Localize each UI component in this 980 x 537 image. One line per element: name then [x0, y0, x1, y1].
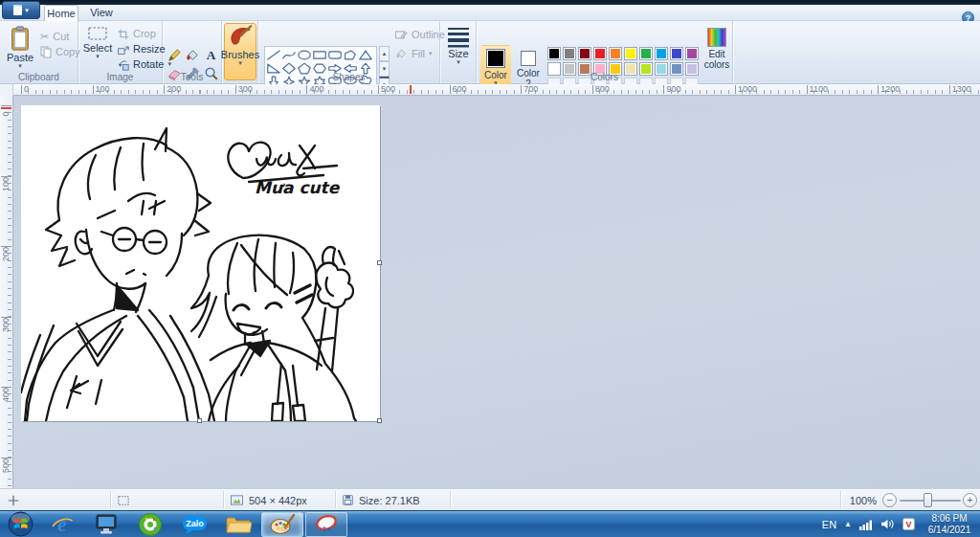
- pencil-tool[interactable]: [166, 46, 184, 64]
- shape-triangle[interactable]: [358, 48, 373, 61]
- group-caption: Colors: [477, 72, 732, 82]
- chevron-down-icon: ▾: [429, 51, 433, 56]
- copy-icon: [40, 46, 52, 58]
- zoom-slider-thumb[interactable]: [924, 493, 932, 507]
- size-button[interactable]: Size ▾: [442, 24, 475, 79]
- brush-icon: [228, 24, 253, 49]
- scissors-icon: ✂: [40, 31, 49, 43]
- paint-menu-button[interactable]: ▾: [2, 1, 40, 19]
- line-size-icon: [447, 25, 470, 48]
- svg-text:✂: ✂: [323, 523, 332, 536]
- shape-rectangle[interactable]: [312, 48, 327, 61]
- zoom-out-button[interactable]: −: [882, 493, 897, 507]
- ruler-label: 500: [381, 84, 395, 95]
- volume-icon[interactable]: [880, 518, 895, 530]
- svg-text:e: e: [57, 512, 67, 536]
- ruler-major-tick: [663, 85, 664, 94]
- ruler-label: 1000: [738, 84, 757, 95]
- taskbar-coccoc-button[interactable]: [129, 512, 171, 537]
- clock-date: 6/14/2021: [923, 525, 976, 536]
- palette-color-swatch[interactable]: [609, 47, 622, 60]
- copy-button[interactable]: Copy: [38, 44, 80, 59]
- canvas-resize-handle-corner[interactable]: [377, 418, 382, 423]
- palette-color-swatch[interactable]: [563, 47, 576, 60]
- taskbar-snipping-tool-button[interactable]: ✂: [305, 512, 347, 537]
- ruler-label: 0: [24, 84, 29, 95]
- ruler-label: 200: [167, 84, 181, 95]
- save-disk-icon: [342, 494, 354, 506]
- taskbar-start-button[interactable]: [1, 512, 39, 537]
- paint-window: Home View ? ▾ Paste ▾ ✂ Cut: [0, 0, 980, 537]
- ruler-major-tick: [93, 85, 94, 94]
- chevron-down-icon: ▾: [457, 59, 460, 65]
- taskbar-computer-button[interactable]: [85, 512, 127, 537]
- rotate-icon: [117, 58, 129, 71]
- palette-color-swatch[interactable]: [547, 47, 561, 60]
- taskbar-file-explorer-button[interactable]: [217, 512, 259, 537]
- ruler-label: 500: [1, 459, 11, 473]
- ruler-label: 200: [1, 248, 11, 261]
- resize-icon: [117, 43, 129, 56]
- ruler-label: 100: [96, 84, 110, 95]
- tab-home[interactable]: Home: [44, 5, 78, 21]
- ruler-major-tick: [878, 85, 879, 94]
- zoom-in-button[interactable]: +: [963, 493, 977, 507]
- palette-color-swatch[interactable]: [670, 47, 683, 60]
- ruler-major-tick: [521, 85, 522, 94]
- canvas-resize-handle-bottom[interactable]: [197, 418, 202, 423]
- svg-text:A: A: [207, 48, 216, 62]
- ruler-label: 400: [309, 84, 323, 95]
- palette-color-swatch[interactable]: [685, 47, 699, 60]
- text-tool[interactable]: A: [202, 46, 220, 64]
- chevron-down-icon: ▾: [96, 54, 100, 59]
- shape-ellipse[interactable]: [297, 48, 312, 61]
- language-indicator[interactable]: EN: [822, 519, 836, 530]
- canvas-resize-handle-right[interactable]: [377, 260, 382, 265]
- fill-with-color-tool[interactable]: [184, 46, 202, 64]
- ruler-label: 600: [453, 84, 467, 95]
- brushes-button[interactable]: Brushes ▾: [224, 23, 256, 80]
- palette-color-swatch[interactable]: [624, 47, 637, 60]
- signature-text: Mưa cute: [255, 178, 341, 197]
- show-hidden-icons-button[interactable]: ▲: [844, 520, 852, 528]
- color2-swatch: [521, 51, 536, 66]
- ruler-label: 800: [595, 84, 610, 95]
- palette-color-swatch[interactable]: [655, 47, 668, 60]
- ruler-major-tick: [306, 85, 307, 94]
- chevron-down-icon: ▾: [25, 7, 29, 13]
- shape-polygon[interactable]: [343, 48, 358, 61]
- edit-colors-icon: [707, 28, 726, 47]
- chevron-down-icon: ▾: [18, 63, 22, 69]
- shapes-scroll-up-button[interactable]: ▲: [379, 46, 390, 61]
- svg-text:V: V: [905, 520, 911, 529]
- network-icon[interactable]: [859, 519, 873, 530]
- group-caption: Shapes: [258, 72, 439, 82]
- clipboard-icon: [9, 25, 32, 52]
- zalo-icon-text: Zalo: [186, 519, 204, 528]
- shape-line[interactable]: [266, 48, 281, 61]
- cursor-position-indicator: [7, 489, 20, 511]
- palette-color-swatch[interactable]: [578, 47, 591, 60]
- taskbar-internet-explorer-button[interactable]: e: [41, 512, 83, 537]
- drawing-canvas[interactable]: Mưa cute: [21, 105, 380, 421]
- ruler-label: 400: [1, 389, 11, 402]
- cut-button[interactable]: ✂ Cut: [38, 29, 80, 44]
- zoom-level: 100%: [850, 489, 877, 511]
- taskbar-paint-button[interactable]: [261, 512, 303, 537]
- ribbon: Paste ▾ ✂ Cut Copy Clipboard: [0, 21, 980, 84]
- workspace: 0100200300400500: [0, 96, 980, 488]
- ruler-major-tick: [21, 85, 22, 94]
- ruler-label: 300: [1, 319, 11, 332]
- clock[interactable]: 8:06 PM 6/14/2021: [923, 513, 976, 536]
- shape-curve[interactable]: [281, 48, 297, 61]
- palette-color-swatch[interactable]: [639, 47, 653, 60]
- shape-rounded-rectangle[interactable]: [327, 48, 343, 61]
- palette-color-swatch[interactable]: [593, 47, 607, 60]
- outline-icon: [394, 28, 408, 41]
- tools-group: A Tools: [163, 21, 222, 83]
- unikey-icon[interactable]: V: [902, 518, 915, 530]
- size-group: Size ▾: [440, 21, 477, 83]
- ruler-major-tick: [949, 85, 950, 94]
- tab-view[interactable]: View: [84, 5, 119, 21]
- taskbar-zalo-button[interactable]: Zalo: [173, 512, 215, 537]
